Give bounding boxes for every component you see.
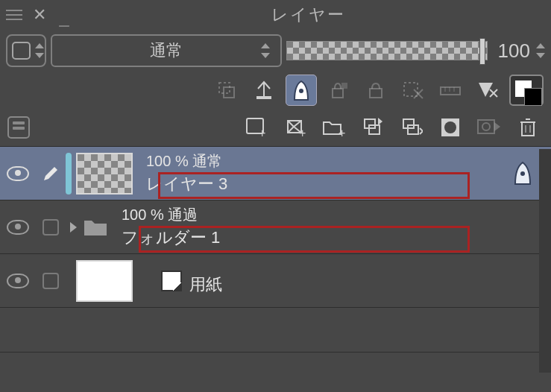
lock-transparent-icon[interactable] xyxy=(323,75,354,106)
reference-layer-icon[interactable] xyxy=(248,75,280,106)
quick-mask-icon[interactable] xyxy=(509,75,544,106)
layer-thumbnail[interactable] xyxy=(76,153,133,195)
folder-icon xyxy=(81,215,111,240)
svg-text:+: + xyxy=(259,127,265,139)
empty-row xyxy=(0,308,551,353)
svg-rect-5 xyxy=(341,83,347,89)
opacity-slider[interactable] xyxy=(286,41,488,60)
layer-row[interactable]: 100 % 通常 レイヤー 3 xyxy=(0,147,551,200)
layer-row[interactable]: 用紙 xyxy=(0,254,551,308)
new-raster-layer-icon[interactable]: + xyxy=(241,112,272,143)
svg-rect-7 xyxy=(404,83,418,96)
svg-rect-28 xyxy=(522,122,534,136)
selection-strip xyxy=(66,153,72,195)
layer-name[interactable]: 用紙 xyxy=(189,274,222,296)
blend-mode-value: 通常 xyxy=(150,39,183,62)
svg-rect-6 xyxy=(370,89,382,98)
svg-point-25 xyxy=(444,121,456,133)
layer-thumbnail[interactable] xyxy=(76,260,133,302)
svg-point-33 xyxy=(520,171,525,176)
visibility-icon[interactable] xyxy=(7,274,29,288)
highlight-box xyxy=(139,226,470,253)
layer-color-icon[interactable] xyxy=(472,75,503,106)
panel-menu-icon[interactable] xyxy=(7,116,30,139)
transfer-down-icon[interactable] xyxy=(357,112,388,143)
layer-mask-icon[interactable] xyxy=(435,112,466,143)
expand-icon[interactable] xyxy=(70,222,77,233)
svg-point-3 xyxy=(299,89,303,93)
svg-rect-10 xyxy=(441,87,460,95)
draft-badge-icon xyxy=(512,160,535,186)
apply-mask-icon[interactable] xyxy=(473,112,505,143)
svg-rect-26 xyxy=(478,120,494,133)
highlight-box xyxy=(158,172,470,199)
visibility-icon[interactable] xyxy=(7,220,29,235)
opacity-stepper[interactable] xyxy=(536,43,545,58)
ruler-icon[interactable] xyxy=(435,75,466,106)
draft-layer-icon[interactable] xyxy=(286,75,317,106)
menu-icon[interactable] xyxy=(6,10,22,20)
delete-layer-icon[interactable] xyxy=(512,112,544,143)
layer-opacity-label: 100 % 通常 xyxy=(146,151,227,171)
opacity-value: 100 xyxy=(498,39,530,63)
layer-row[interactable]: 100 % 通過 フォルダー 1 xyxy=(0,200,551,254)
merge-down-icon[interactable] xyxy=(396,112,427,143)
titlebar: ✕ ＿ レイヤー xyxy=(0,0,551,30)
new-folder-icon[interactable]: + xyxy=(318,112,350,143)
svg-text:+: + xyxy=(299,127,306,139)
paper-icon xyxy=(161,271,182,291)
blend-mode-select[interactable]: 通常 xyxy=(51,34,282,67)
lock-checkbox[interactable] xyxy=(42,273,59,289)
lock-icon[interactable] xyxy=(360,75,391,106)
layer-effect-toolbar xyxy=(0,72,551,109)
layer-ops-toolbar: + + + xyxy=(0,109,551,146)
blend-row: 通常 100 xyxy=(0,30,551,72)
scrollbar[interactable] xyxy=(539,149,551,373)
svg-text:+: + xyxy=(339,127,345,139)
close-icon[interactable]: ✕ xyxy=(33,7,46,23)
lock-checkbox[interactable] xyxy=(42,219,59,235)
palette-color-box[interactable] xyxy=(6,34,46,67)
clip-mask-icon[interactable] xyxy=(211,75,242,106)
layer-list: 100 % 通常 レイヤー 3 100 % 通過 フォルダー 1 用紙 xyxy=(0,146,551,353)
opacity-slider-thumb[interactable] xyxy=(479,38,485,65)
svg-rect-2 xyxy=(256,96,271,99)
svg-point-27 xyxy=(482,123,490,130)
panel-title: レイヤー xyxy=(72,4,545,26)
edit-icon xyxy=(41,164,60,183)
visibility-icon[interactable] xyxy=(7,166,29,181)
new-vector-layer-icon[interactable]: + xyxy=(280,112,311,143)
mask-disable-icon[interactable] xyxy=(397,75,429,106)
layer-opacity-label: 100 % 通過 xyxy=(122,205,220,225)
minimize-icon[interactable]: ＿ xyxy=(57,10,72,30)
svg-rect-4 xyxy=(333,89,343,98)
